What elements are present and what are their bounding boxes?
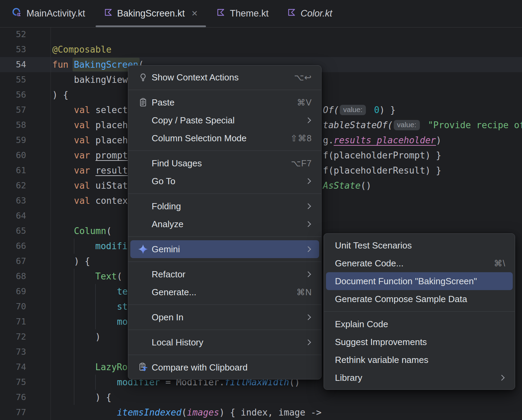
- chevron-right-icon: [305, 314, 311, 320]
- line-number[interactable]: 54: [0, 57, 26, 72]
- code-line-60-right[interactable]: f(placeholderPrompt) }: [323, 148, 441, 163]
- code-line-60[interactable]: var prompt: [74, 148, 128, 163]
- line-number[interactable]: 71: [0, 314, 26, 329]
- menu-item-refactor[interactable]: Refactor: [130, 265, 319, 283]
- code-line-58-right[interactable]: tableStateOf(value: "Provide recipe of: [323, 118, 522, 133]
- menu-separator: [324, 311, 515, 312]
- code-token: (: [106, 226, 112, 236]
- line-number[interactable]: 64: [0, 208, 26, 223]
- tab-label: MainActivity.kt: [26, 8, 85, 19]
- menu-separator: [128, 151, 321, 151]
- kotlin-icon: [287, 8, 296, 19]
- menu-item-copy-paste-special[interactable]: Copy / Paste Special: [130, 111, 319, 129]
- menu-item-local-history[interactable]: Local History: [130, 333, 319, 351]
- code-line-59-right[interactable]: g.results_placeholder): [323, 133, 441, 148]
- line-number[interactable]: 73: [0, 344, 26, 360]
- menu-item-go-to[interactable]: Go To: [130, 172, 319, 190]
- line-number[interactable]: 67: [0, 254, 26, 269]
- line-number[interactable]: 61: [0, 163, 26, 178]
- code-line-57-right[interactable]: Of(value: 0) }: [323, 102, 395, 118]
- code-line-67[interactable]: ) {: [74, 254, 90, 269]
- line-number[interactable]: 72: [0, 329, 26, 344]
- line-number[interactable]: 56: [0, 87, 26, 102]
- line-number[interactable]: 75: [0, 375, 26, 390]
- code-line-77[interactable]: itemsIndexed(images) { index, image ->: [117, 405, 322, 420]
- code-line-63[interactable]: val contex: [74, 193, 128, 208]
- line-number[interactable]: 57: [0, 102, 26, 118]
- line-number[interactable]: 76: [0, 390, 26, 405]
- code-line-61-right[interactable]: f(placeholderResult) }: [323, 163, 441, 178]
- line-number[interactable]: 68: [0, 269, 26, 284]
- line-number[interactable]: 66: [0, 239, 26, 254]
- tab-theme-kt[interactable]: Theme.kt: [207, 0, 278, 27]
- tab-mainactivity-kt[interactable]: MainActivity.kt: [3, 0, 95, 27]
- tab-color-kt[interactable]: Color.kt: [278, 0, 341, 27]
- menu-item-rethink-variable-names[interactable]: Rethink variable names: [326, 351, 513, 369]
- tab-bakingscreen-kt[interactable]: BakingScreen.kt✕: [95, 0, 207, 27]
- inline-parameter-hint: value:: [394, 120, 420, 130]
- menu-item-generate-compose-sample-data[interactable]: Generate Compose Sample Data: [326, 290, 513, 308]
- code-token: Column: [74, 226, 106, 236]
- menu-item-document-function-bakingscreen[interactable]: Document Function "BakingScreen": [326, 272, 513, 290]
- code-line-56[interactable]: ) {: [52, 87, 68, 102]
- menu-item-generate[interactable]: Generate...⌘N: [130, 283, 319, 301]
- code-line-74[interactable]: LazyRo: [95, 360, 128, 375]
- code-line-68[interactable]: Text(: [95, 269, 122, 284]
- menu-item-suggest-improvements[interactable]: Suggest Improvements: [326, 333, 513, 351]
- menu-item-shortcut: ⌘\: [494, 258, 505, 268]
- line-number[interactable]: 52: [0, 27, 26, 42]
- menu-item-analyze[interactable]: Analyze: [130, 215, 319, 233]
- code-line-62[interactable]: val uiStat: [74, 178, 128, 193]
- code-line-61[interactable]: var result: [74, 163, 128, 178]
- code-line-62-right[interactable]: AsState(): [323, 178, 371, 193]
- menu-item-show-context-actions[interactable]: Show Context Actions⌥↩: [130, 68, 319, 86]
- menu-item-paste[interactable]: Paste⌘V: [130, 93, 319, 111]
- menu-separator: [128, 355, 321, 355]
- code-line-55[interactable]: bakingView: [74, 72, 128, 87]
- line-number[interactable]: 77: [0, 405, 26, 420]
- code-line-70[interactable]: st: [117, 299, 128, 314]
- code-line-76[interactable]: ) {: [95, 390, 111, 405]
- line-number[interactable]: 65: [0, 223, 26, 239]
- code-line-59[interactable]: val placeh: [74, 133, 128, 148]
- menu-item-column-selection-mode[interactable]: Column Selection Mode⇧⌘8: [130, 129, 319, 147]
- menu-item-label: Gemini: [152, 244, 180, 255]
- code-line-53[interactable]: @Composable: [52, 42, 111, 57]
- code-token: val: [74, 196, 90, 206]
- code-line-66[interactable]: modifi: [95, 239, 128, 254]
- code-token: var: [74, 150, 90, 161]
- code-line-58[interactable]: val placeh: [74, 118, 128, 133]
- menu-item-folding[interactable]: Folding: [130, 197, 319, 215]
- line-number[interactable]: 62: [0, 178, 26, 193]
- code-line-71[interactable]: mo: [117, 314, 128, 329]
- menu-item-compare-with-clipboard[interactable]: Compare with Clipboard: [130, 358, 319, 376]
- line-number[interactable]: 55: [0, 72, 26, 87]
- line-number[interactable]: 60: [0, 148, 26, 163]
- compare-clipboard-icon: [138, 362, 148, 373]
- close-icon[interactable]: ✕: [191, 10, 198, 18]
- line-number[interactable]: 74: [0, 360, 26, 375]
- code-token: modifi: [95, 241, 128, 251]
- code-line-57[interactable]: val select: [74, 102, 128, 118]
- kotlin-icon: [216, 8, 225, 19]
- menu-item-label: Generate...: [152, 287, 196, 298]
- line-number[interactable]: 59: [0, 133, 26, 148]
- menu-item-gemini[interactable]: Gemini: [130, 240, 319, 258]
- menu-item-generate-code[interactable]: Generate Code...⌘\: [326, 254, 513, 272]
- code-line-69[interactable]: te: [117, 284, 128, 299]
- menu-item-find-usages[interactable]: Find Usages⌥F7: [130, 154, 319, 172]
- menu-separator: [128, 305, 321, 305]
- code-line-65[interactable]: Column(: [74, 223, 112, 239]
- line-number[interactable]: 69: [0, 284, 26, 299]
- line-number[interactable]: 63: [0, 193, 26, 208]
- line-number[interactable]: 70: [0, 299, 26, 314]
- menu-item-open-in[interactable]: Open In: [130, 308, 319, 326]
- menu-item-library[interactable]: Library: [326, 369, 513, 387]
- menu-item-label: Local History: [152, 337, 203, 348]
- line-number[interactable]: 53: [0, 42, 26, 57]
- line-number[interactable]: 58: [0, 118, 26, 133]
- code-line-72[interactable]: ): [95, 329, 101, 344]
- menu-item-unit-test-scenarios[interactable]: Unit Test Scenarios: [326, 236, 513, 254]
- menu-item-explain-code[interactable]: Explain Code: [326, 315, 513, 333]
- code-token: ) }: [379, 105, 395, 115]
